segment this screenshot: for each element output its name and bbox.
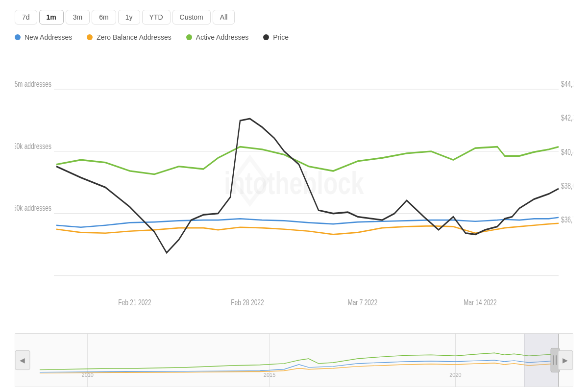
svg-text:▶: ▶: [563, 356, 568, 364]
time-btn-1m[interactable]: 1m: [39, 10, 64, 24]
svg-text:250k addresses: 250k addresses: [15, 204, 51, 213]
chart-legend: New AddressesZero Balance AddressesActiv…: [15, 33, 573, 41]
svg-text:Mar 14 2022: Mar 14 2022: [464, 298, 496, 307]
legend-label: Active Addresses: [196, 33, 248, 41]
time-btn-ytd[interactable]: YTD: [142, 10, 171, 24]
svg-text:Feb 21 2022: Feb 21 2022: [118, 298, 151, 307]
legend-item-price: Price: [263, 33, 289, 41]
svg-text:◀: ◀: [20, 356, 25, 364]
time-btn-3m[interactable]: 3m: [66, 10, 90, 24]
legend-dot: [87, 34, 93, 40]
main-chart: 1.25m addresses 750k addresses 250k addr…: [15, 50, 573, 331]
legend-dot: [15, 34, 21, 40]
svg-text:750k addresses: 750k addresses: [15, 142, 51, 150]
mini-chart: 2010 2015 2020 ◀ ▶: [15, 333, 573, 387]
legend-dot: [263, 34, 269, 40]
svg-rect-27: [524, 334, 524, 387]
main-container: 7d1m3m6m1yYTDCustomAll New AddressesZero…: [0, 0, 588, 392]
legend-label: Price: [273, 33, 289, 41]
legend-item-new-addresses: New Addresses: [15, 33, 72, 41]
legend-label: Zero Balance Addresses: [97, 33, 172, 41]
legend-label: New Addresses: [24, 33, 72, 41]
time-btn-custom[interactable]: Custom: [172, 10, 211, 24]
mini-chart-svg: 2010 2015 2020 ◀ ▶: [15, 334, 573, 387]
legend-item-active-addresses: Active Addresses: [186, 33, 248, 41]
legend-dot: [186, 34, 192, 40]
time-btn-7d[interactable]: 7d: [15, 10, 37, 24]
svg-text:2015: 2015: [264, 372, 275, 378]
time-btn-all[interactable]: All: [213, 10, 235, 24]
main-chart-svg: 1.25m addresses 750k addresses 250k addr…: [15, 50, 573, 331]
svg-text:2020: 2020: [449, 372, 461, 378]
svg-text:$42,364.00: $42,364.00: [561, 113, 573, 122]
time-btn-6m[interactable]: 6m: [92, 10, 116, 24]
svg-text:$44,230.00: $44,230.00: [561, 79, 573, 88]
legend-item-zero-balance-addresses: Zero Balance Addresses: [87, 33, 172, 41]
svg-text:$40,498.00: $40,498.00: [561, 147, 573, 156]
svg-text:Feb 28 2022: Feb 28 2022: [231, 298, 264, 307]
svg-text:1.25m addresses: 1.25m addresses: [15, 79, 51, 88]
time-btn-1y[interactable]: 1y: [118, 10, 140, 24]
svg-text:$36,766.00: $36,766.00: [561, 216, 573, 224]
svg-text:Mar 7 2022: Mar 7 2022: [348, 298, 378, 307]
svg-text:$38,632.00: $38,632.00: [561, 181, 573, 190]
time-range-buttons: 7d1m3m6m1yYTDCustomAll: [15, 10, 573, 24]
